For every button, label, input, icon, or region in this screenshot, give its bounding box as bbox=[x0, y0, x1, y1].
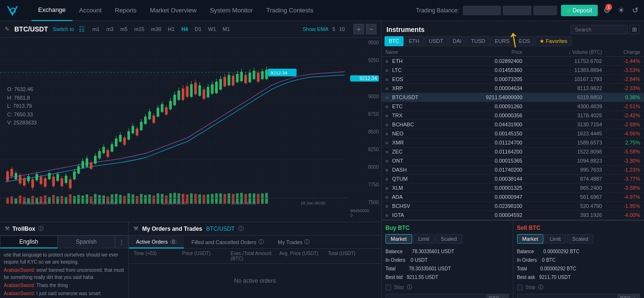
ema-val2[interactable]: 10 bbox=[339, 26, 345, 32]
table-row[interactable]: QTUM 0.00038144 874.4887 -3.77% bbox=[382, 175, 644, 184]
sell-panel: Sell BTC Market Limit Scaled Balance 0.0… bbox=[513, 220, 644, 298]
trollbox-header: ⚒ TrollBox ⓘ bbox=[0, 222, 128, 236]
logo[interactable] bbox=[4, 1, 22, 20]
nav-exchange[interactable]: Exchange bbox=[31, 0, 73, 21]
orders-info-icon[interactable]: ⓘ bbox=[239, 225, 244, 232]
sell-limit-tab[interactable]: Limit bbox=[544, 234, 566, 244]
buy-scaled-tab[interactable]: Scaled bbox=[436, 234, 462, 244]
inst-vol: 1522.8098 bbox=[522, 149, 602, 154]
table-row[interactable]: ONT 0.00015365 1094.8823 -3.30% bbox=[382, 156, 644, 165]
coin-tab-eos[interactable]: EOS bbox=[515, 36, 534, 46]
refresh-button[interactable]: ↺ bbox=[630, 4, 640, 17]
table-row[interactable]: ETH 0.02892400 11753.6702 -1.44% bbox=[382, 57, 644, 66]
coin-tab-eth[interactable]: ETH bbox=[405, 36, 424, 46]
inst-name: BCHABC bbox=[385, 122, 443, 127]
table-row[interactable]: IOTA 0.00004592 393.1926 -4.00% bbox=[382, 211, 644, 220]
inst-col-name: Name bbox=[385, 50, 443, 55]
tf-m15[interactable]: m15 bbox=[132, 25, 146, 33]
buy-amount-input[interactable] bbox=[386, 294, 486, 298]
chat-messages: use that language to protect ourselves s… bbox=[0, 248, 128, 298]
buy-market-tab[interactable]: Market bbox=[385, 234, 412, 244]
inst-price: 0.00073205 bbox=[443, 76, 522, 82]
lang-tab-english[interactable]: English bbox=[0, 236, 58, 248]
table-row[interactable]: XMR 0.01124700 1589.6573 2.75% bbox=[382, 138, 644, 147]
buy-limit-tab[interactable]: Limit bbox=[413, 234, 435, 244]
tf-h1[interactable]: H1 bbox=[166, 25, 177, 33]
chart-type-icon[interactable]: ☷ bbox=[79, 25, 85, 33]
tf-m3[interactable]: m3 bbox=[104, 25, 116, 33]
instruments-search[interactable] bbox=[571, 25, 628, 34]
buy-order-types: Market Limit Scaled bbox=[385, 234, 509, 244]
tf-m5[interactable]: m5 bbox=[118, 25, 130, 33]
table-row[interactable]: EOS 0.00073205 10167.1793 -2.84% bbox=[382, 75, 644, 84]
table-row[interactable]: DASH 0.01740200 995.7633 -1.23% bbox=[382, 165, 644, 175]
deposit-button[interactable]: Deposit bbox=[561, 5, 598, 16]
chart-svg: 9212.34 bbox=[0, 38, 381, 222]
nav-reports[interactable]: Reports bbox=[108, 0, 144, 21]
tf-w1[interactable]: W1 bbox=[206, 25, 218, 33]
inst-change: -1.95% bbox=[602, 203, 640, 209]
inst-dot bbox=[385, 196, 388, 199]
table-row[interactable]: BCHSV 0.02398100 520.4790 -1.95% bbox=[382, 202, 644, 211]
table-row[interactable]: XRP 0.00004634 8113.9622 -2.33% bbox=[382, 84, 644, 93]
sell-amount-input[interactable] bbox=[518, 294, 618, 298]
sell-market-tab[interactable]: Market bbox=[517, 234, 544, 244]
inst-price: 0.00000356 bbox=[443, 113, 522, 118]
coin-tab-favorites[interactable]: ★ Favorites bbox=[535, 36, 571, 46]
settings-button[interactable]: ⚙ 1 bbox=[602, 4, 612, 17]
filled-orders-info[interactable]: ⓘ bbox=[259, 238, 264, 246]
sell-stop-label: Stop bbox=[526, 285, 536, 290]
grid-view-button[interactable]: ⊞ bbox=[630, 25, 639, 34]
nav-trading-contests[interactable]: Trading Contests bbox=[260, 0, 320, 21]
nav-account[interactable]: Account bbox=[73, 0, 108, 21]
table-row[interactable]: XLM 0.00001325 865.2400 -3.58% bbox=[382, 184, 644, 193]
table-row[interactable]: ETC 0.00091260 4300.4839 -2.51% bbox=[382, 102, 644, 111]
coin-tab-usdt[interactable]: USDT bbox=[425, 36, 447, 46]
tf-m1b[interactable]: M1 bbox=[220, 25, 232, 33]
zoom-out-button[interactable]: − bbox=[366, 24, 376, 34]
buy-amount-chevron: ▲ bbox=[500, 296, 506, 298]
chart-area[interactable]: O: 7632.46 H: 7681.8 L: 7913.79 C: 7650.… bbox=[0, 38, 381, 222]
table-row[interactable]: ZEC 0.01164200 1522.8098 -5.58% bbox=[382, 147, 644, 156]
tf-h4[interactable]: H4 bbox=[179, 25, 190, 33]
sell-best-ask-val: 9211.70 USDT bbox=[539, 275, 571, 280]
tf-d1[interactable]: D1 bbox=[192, 25, 204, 33]
coin-tab-dai[interactable]: DAI bbox=[448, 36, 466, 46]
table-row[interactable]: ADA 0.00000947 561.6967 -4.97% bbox=[382, 193, 644, 202]
my-trades-info[interactable]: ⓘ bbox=[304, 238, 310, 246]
sell-stop-info[interactable]: ⓘ bbox=[538, 284, 543, 291]
sell-in-orders-row: In Orders 0 BTC bbox=[517, 256, 641, 265]
buy-stop-checkbox[interactable] bbox=[385, 285, 391, 290]
sell-scaled-tab[interactable]: Scaled bbox=[567, 234, 593, 244]
table-row[interactable]: LTC 0.01455360 11383.8894 -3.53% bbox=[382, 66, 644, 75]
table-row[interactable]: BCHABC 0.04431900 3130.7154 -2.69% bbox=[382, 120, 644, 129]
lang-menu-button[interactable]: ⋮ bbox=[115, 236, 128, 248]
coin-tab-tusd[interactable]: TUSD bbox=[467, 36, 489, 46]
time-label-1: 06 Jun 00:00 bbox=[22, 201, 47, 206]
ema-label[interactable]: Show EMA bbox=[302, 26, 328, 32]
nav-market-overview[interactable]: Market Overview bbox=[143, 0, 203, 21]
buy-stop-info[interactable]: ⓘ bbox=[407, 284, 412, 291]
inst-price: 0.01455360 bbox=[443, 67, 522, 73]
zoom-in-button[interactable]: + bbox=[353, 24, 364, 34]
coin-tab-btc[interactable]: BTC bbox=[384, 36, 404, 46]
table-row[interactable]: TRX 0.00000356 3178.4025 -2.42% bbox=[382, 111, 644, 120]
switch-to-label[interactable]: Switch to bbox=[53, 26, 74, 32]
sell-stop-checkbox[interactable] bbox=[517, 285, 523, 290]
ema-val1[interactable]: 5 bbox=[332, 26, 335, 32]
orders-tab-active[interactable]: Active Orders 0 bbox=[129, 236, 184, 248]
left-panel: ✎ BTC/USDT Switch to ☷ m1 m3 m5 m15 m30 … bbox=[0, 21, 382, 298]
table-row[interactable]: BTC/USDT 9211.54000000 6319.8850 0.38% bbox=[382, 93, 644, 102]
nav-system-monitor[interactable]: System Monitor bbox=[203, 0, 260, 21]
lang-tab-spanish[interactable]: Spanish bbox=[58, 236, 115, 248]
orders-tab-trades[interactable]: My Trades ⓘ bbox=[271, 236, 317, 248]
table-row[interactable]: NEO 0.00145150 1623.4445 -4.56% bbox=[382, 129, 644, 138]
coin-tab-eurs[interactable]: EURS bbox=[490, 36, 514, 46]
orders-symbol: BTC/USDT bbox=[206, 226, 235, 232]
tf-m1[interactable]: m1 bbox=[90, 25, 102, 33]
tf-m30[interactable]: m30 bbox=[149, 25, 164, 33]
orders-tab-filled[interactable]: Filled and Cancelled Orders ⓘ bbox=[184, 236, 270, 248]
theme-button[interactable]: ☀ bbox=[616, 4, 626, 17]
trollbox-info-icon[interactable]: ⓘ bbox=[38, 225, 43, 232]
buy-best-bid-val: 9211.55 USDT bbox=[406, 275, 438, 280]
